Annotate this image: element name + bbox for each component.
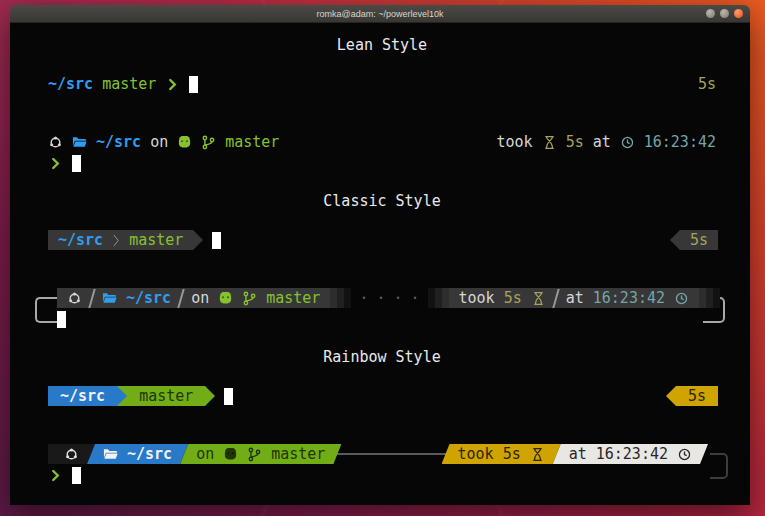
cursor <box>57 311 66 328</box>
segment-fade <box>428 288 449 308</box>
window-title: romka@adam: ~/powerlevel10k <box>317 9 444 19</box>
classic-prompt-1: ~/src master 5s <box>48 230 718 250</box>
prompt-chevron-icon <box>48 156 63 171</box>
git-branch: master <box>266 289 320 307</box>
cursor <box>189 76 198 93</box>
prompt-chevron-icon <box>48 468 63 483</box>
prompt-chevron-icon <box>165 77 180 92</box>
command-duration: 5s <box>698 74 716 94</box>
directory: ~/src <box>96 133 141 151</box>
os-segment <box>48 444 95 464</box>
current-time: 16:23:42 <box>644 133 716 151</box>
directory: ~/src <box>127 445 172 463</box>
directory: ~/src <box>126 289 171 307</box>
powerline-arrow-icon <box>670 230 680 250</box>
command-duration: 5s <box>688 387 706 405</box>
hourglass-icon <box>531 291 546 306</box>
thin-separator <box>552 289 559 308</box>
command-duration: 5s <box>504 289 522 307</box>
github-icon <box>223 447 238 462</box>
clock-icon <box>674 291 689 306</box>
segment-fade <box>699 288 720 308</box>
close-button[interactable] <box>734 9 743 18</box>
rainbow-prompt-2: ~/src on master took <box>10 444 750 485</box>
on-label: on <box>191 289 209 307</box>
dir-segment: ~/src <box>48 386 117 406</box>
clock-icon <box>620 135 635 150</box>
thin-separator <box>88 289 95 308</box>
powerline-arrow-icon <box>193 230 203 250</box>
desktop: { "window": { "title": "romka@adam: ~/po… <box>0 0 765 516</box>
segment-fade <box>330 288 351 308</box>
directory: ~/src <box>60 387 105 405</box>
at-label: at <box>566 289 584 307</box>
powerline-arrow-icon <box>205 386 215 406</box>
lean-prompt-1: ~/src master 5s <box>48 74 716 94</box>
gap-dots: ···· <box>351 289 427 307</box>
prompt-frame-right <box>710 453 728 479</box>
current-time: 16:23:42 <box>593 289 665 307</box>
directory: ~/src <box>48 75 93 93</box>
folder-icon <box>102 291 117 306</box>
git-branch: master <box>225 133 279 151</box>
window-controls <box>706 5 743 22</box>
rainbow-prompt-1: ~/src master 5s <box>48 386 718 406</box>
git-branch: master <box>271 445 325 463</box>
dir-git-segment: ~/src master <box>48 230 193 250</box>
connector-line <box>334 453 449 455</box>
took-label: took <box>458 445 494 463</box>
cursor <box>212 232 221 249</box>
classic-style-heading: Classic Style <box>48 191 716 211</box>
on-label: on <box>150 133 168 151</box>
dir-git-segment: ~/src on master <box>57 288 330 308</box>
powerline-arrow-icon <box>117 386 127 406</box>
os-icon <box>64 447 79 462</box>
lean-prompt-2: ~/src on master took <box>10 132 750 173</box>
cursor <box>72 155 81 172</box>
dir-segment: ~/src <box>87 444 188 464</box>
titlebar[interactable]: romka@adam: ~/powerlevel10k <box>10 5 750 23</box>
branch-icon <box>201 135 216 150</box>
time-segment: at 16:23:42 <box>553 444 708 464</box>
minimize-button[interactable] <box>706 9 715 18</box>
hourglass-icon <box>530 447 545 462</box>
lean-style-heading: Lean Style <box>48 35 716 55</box>
github-icon <box>218 291 233 306</box>
cursor <box>224 388 233 405</box>
folder-icon <box>72 135 87 150</box>
git-branch: master <box>129 231 183 249</box>
terminal-content[interactable]: Lean Style ~/src master 5s <box>10 23 750 505</box>
command-duration: 5s <box>566 133 584 151</box>
clock-icon <box>677 447 692 462</box>
os-icon <box>48 135 63 150</box>
duration-segment: took 5s <box>442 444 561 464</box>
cursor <box>72 467 81 484</box>
at-label: at <box>593 133 611 151</box>
duration-segment: 5s <box>676 386 718 406</box>
current-time: 16:23:42 <box>596 445 668 463</box>
hourglass-icon <box>542 135 557 150</box>
directory: ~/src <box>58 231 103 249</box>
git-branch: master <box>102 75 156 93</box>
git-segment: master <box>127 386 205 406</box>
took-label: took <box>459 289 495 307</box>
terminal-window: romka@adam: ~/powerlevel10k Lean Style ~… <box>10 5 750 505</box>
git-segment: on master <box>180 444 341 464</box>
git-branch: master <box>139 387 193 405</box>
duration-segment: 5s <box>680 230 718 250</box>
classic-prompt-2: ~/src on master ···· <box>10 288 750 329</box>
powerline-arrow-icon <box>666 386 676 406</box>
maximize-button[interactable] <box>720 9 729 18</box>
branch-icon <box>242 291 257 306</box>
branch-icon <box>247 447 262 462</box>
prompt-frame-left <box>35 297 57 323</box>
took-label: took <box>497 133 533 151</box>
github-icon <box>177 135 192 150</box>
on-label: on <box>196 445 214 463</box>
rainbow-style-heading: Rainbow Style <box>48 347 716 367</box>
at-label: at <box>569 445 587 463</box>
os-icon <box>67 291 82 306</box>
status-segment: took 5s at 16:23:42 <box>449 288 700 308</box>
folder-icon <box>103 447 118 462</box>
segment-separator-icon <box>110 233 122 248</box>
